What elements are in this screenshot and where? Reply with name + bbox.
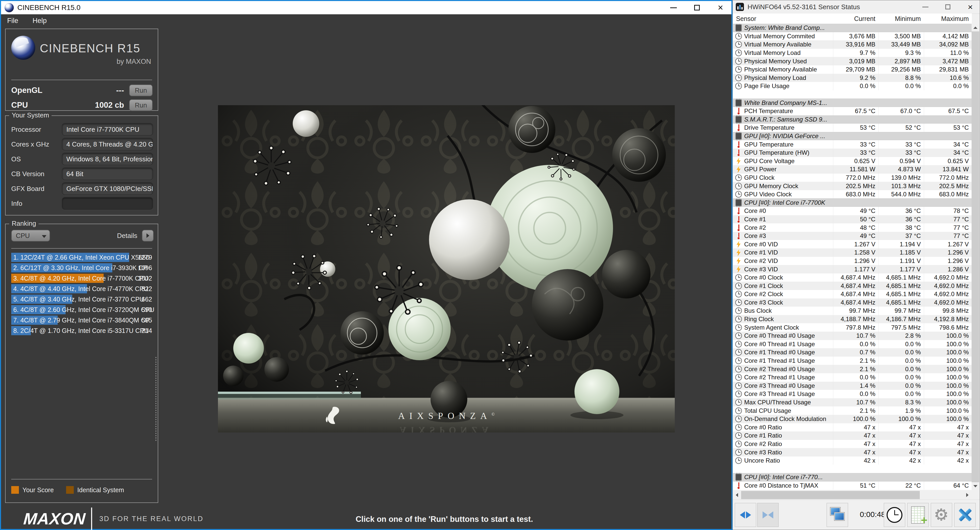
maximize-icon[interactable] xyxy=(943,3,952,11)
sensor-group-header[interactable]: GPU [#0]: NVIDIA GeForce ... xyxy=(733,132,972,140)
ranking-row[interactable]: 2. 6C/12T @ 3.30 GHz, Intel Core i7-3930… xyxy=(11,263,154,272)
ranking-row[interactable]: 8. 2C/4T @ 1.70 GHz, Intel Core i5-3317U… xyxy=(11,326,154,335)
sensor-row[interactable]: GPU Temperature (HW)33 °C33 °C34 °C xyxy=(733,149,972,157)
sensor-row[interactable]: Core #349 °C37 °C77 °C xyxy=(733,232,972,240)
sensor-row[interactable]: Bus Clock99.7 MHz99.7 MHz99.8 MHz xyxy=(733,307,972,315)
sensor-row[interactable]: Physical Memory Load9.2 %8.8 %10.6 % xyxy=(733,74,972,82)
cinebench-logo-title: CINEBENCH R15 xyxy=(40,41,140,55)
sensor-row[interactable]: Core #248 °C38 °C77 °C xyxy=(733,223,972,232)
column-sensor[interactable]: Sensor xyxy=(733,15,833,22)
sensor-group-header[interactable]: CPU [#0]: Intel Core i7-7700K xyxy=(733,198,972,207)
sensor-row[interactable]: Uncore Ratio42 x42 x42 x xyxy=(733,457,972,465)
sensor-max-value: 100.0 % xyxy=(924,348,972,357)
sensor-row[interactable]: System Agent Clock797.8 MHz797.5 MHz798.… xyxy=(733,323,972,332)
ranking-row[interactable]: 7. 4C/8T @ 2.79 GHz, Intel Core i7-3840Q… xyxy=(11,315,154,325)
sensor-row[interactable]: GPU Temperature33 °C33 °C34 °C xyxy=(733,140,972,149)
logging-button[interactable] xyxy=(907,503,929,527)
sensor-group-header[interactable]: S.M.A.R.T.: Samsung SSD 9... xyxy=(733,115,972,124)
sensor-row[interactable]: Page File Usage0.0 %0.0 %0.0 % xyxy=(733,82,972,91)
close-sensors-button[interactable] xyxy=(954,503,976,527)
sensor-row[interactable]: PCH Temperature67.5 °C67.0 °C67.5 °C xyxy=(733,107,972,115)
ranking-row[interactable]: 1. 12C/24T @ 2.66 GHz, Intel Xeon CPU X5… xyxy=(11,253,154,262)
scroll-up-icon[interactable] xyxy=(972,24,979,32)
sensor-row[interactable]: Core #0 Distance to TjMAX51 °C22 °C64 °C xyxy=(733,482,972,490)
sensor-row[interactable]: Physical Memory Available29,709 MB29,256… xyxy=(733,65,972,74)
ranking-row[interactable]: 3. 4C/8T @ 4.20 GHz, Intel Core i7-7700K… xyxy=(11,274,154,283)
sensor-row[interactable]: Drive Temperature53 °C52 °C53 °C xyxy=(733,124,972,132)
close-icon[interactable]: × xyxy=(966,3,975,11)
sensor-row[interactable]: Core #150 °C36 °C77 °C xyxy=(733,215,972,224)
sensor-row[interactable]: Core #049 °C36 °C78 °C xyxy=(733,207,972,215)
sensor-row[interactable]: Core #2 Thread #1 Usage0.0 %0.0 %100.0 % xyxy=(733,373,972,382)
sensor-row[interactable]: Core #3 Clock4,687.4 MHz4,685.1 MHz4,692… xyxy=(733,298,972,307)
sensor-row[interactable]: Core #1 Thread #0 Usage0.7 %0.0 %100.0 % xyxy=(733,348,972,357)
sensor-row[interactable]: Core #0 Thread #0 Usage10.7 %2.8 %100.0 … xyxy=(733,332,972,340)
minimize-icon[interactable] xyxy=(669,3,678,12)
sensor-row[interactable]: Core #0 VID1.267 V1.194 V1.267 V xyxy=(733,240,972,248)
sensor-row[interactable]: Core #3 VID1.177 V1.177 V1.286 V xyxy=(733,265,972,274)
scroll-right-icon[interactable] xyxy=(963,490,971,500)
ranking-row[interactable]: 6. 4C/8T @ 2.60 GHz, Intel Core i7-3720Q… xyxy=(11,305,154,314)
column-minimum[interactable]: Minimum xyxy=(878,15,924,22)
sensor-row[interactable]: GPU Core Voltage0.625 V0.594 V0.625 V xyxy=(733,157,972,166)
expand-columns-button[interactable] xyxy=(735,503,756,527)
sensor-group-header[interactable]: System: White Brand Comp... xyxy=(733,24,972,32)
ranking-type-dropdown[interactable]: CPU xyxy=(11,230,50,242)
sensor-label: Core #0 Ratio xyxy=(744,424,833,431)
resize-grip[interactable] xyxy=(155,357,158,441)
cpu-run-button[interactable]: Run xyxy=(129,99,153,111)
menu-help[interactable]: Help xyxy=(33,17,47,25)
sensor-row[interactable]: GPU Memory Clock202.5 MHz101.3 MHz202.5 … xyxy=(733,182,972,190)
cinebench-titlebar[interactable]: CINEBENCH R15.0 × xyxy=(1,1,732,14)
settings-button[interactable]: ⚙ xyxy=(931,503,952,527)
sensor-row[interactable]: Core #1 Thread #1 Usage2.1 %0.0 %100.0 % xyxy=(733,357,972,365)
hwinfo-titlebar[interactable]: HWiNFO64 v5.52-3161 Sensor Status × xyxy=(733,0,980,14)
ranking-row[interactable]: 4. 4C/8T @ 4.40 GHz, Intel Core i7-4770K… xyxy=(11,284,154,293)
sensor-row[interactable]: Core #2 Clock4,687.4 MHz4,685.1 MHz4,692… xyxy=(733,290,972,298)
sensor-row[interactable]: Core #0 Clock4,687.4 MHz4,685.1 MHz4,692… xyxy=(733,274,972,282)
sensor-row[interactable]: GPU Clock772.0 MHz139.0 MHz772.0 MHz xyxy=(733,173,972,182)
details-button[interactable] xyxy=(142,230,154,242)
scrollbar-thumb[interactable] xyxy=(741,491,920,499)
sensor-row[interactable]: Core #3 Thread #0 Usage1.4 %0.0 %100.0 % xyxy=(733,382,972,390)
clock-button[interactable] xyxy=(884,503,905,527)
sensor-row[interactable]: Max CPU/Thread Usage10.7 %8.3 %100.0 % xyxy=(733,398,972,407)
column-maximum[interactable]: Maximum xyxy=(924,15,972,22)
sensor-row[interactable]: Total CPU Usage2.1 %1.9 %100.0 % xyxy=(733,406,972,415)
remote-monitoring-button[interactable] xyxy=(827,503,848,527)
opengl-run-button[interactable]: Run xyxy=(129,84,153,96)
sensor-row[interactable]: Core #0 Ratio47 x47 x47 x xyxy=(733,423,972,432)
scroll-down-icon[interactable] xyxy=(972,482,979,490)
minimize-icon[interactable] xyxy=(921,3,930,11)
maximize-icon[interactable] xyxy=(693,3,701,12)
sensor-row[interactable]: Core #3 Thread #1 Usage0.0 %0.0 %100.0 % xyxy=(733,390,972,398)
horizontal-scrollbar[interactable] xyxy=(733,490,971,500)
ranking-row[interactable]: 5. 4C/8T @ 3.40 GHz, Intel Core i7-3770 … xyxy=(11,294,154,304)
sensor-row[interactable]: Core #0 Thread #1 Usage0.0 %0.0 %100.0 % xyxy=(733,340,972,349)
sensor-row[interactable]: Core #2 Thread #0 Usage2.1 %0.0 %100.0 % xyxy=(733,365,972,373)
sensor-row[interactable]: Core #1 VID1.258 V1.185 V1.296 V xyxy=(733,248,972,257)
column-current[interactable]: Current xyxy=(833,15,878,22)
sensor-table-header[interactable]: Sensor Current Minimum Maximum xyxy=(733,14,972,24)
sensor-row[interactable]: Physical Memory Used3,019 MB2,897 MB3,47… xyxy=(733,57,972,65)
sensor-row[interactable]: Virtual Memory Load9.7 %9.3 %11.0 % xyxy=(733,49,972,57)
sensor-row[interactable]: GPU Power11.581 W4.873 W13.841 W xyxy=(733,165,972,173)
close-icon[interactable]: × xyxy=(716,3,725,12)
sensor-group-header[interactable]: CPU [#0]: Intel Core i7-770... xyxy=(733,473,972,482)
vertical-scrollbar[interactable] xyxy=(972,24,979,490)
sensor-table[interactable]: System: White Brand Comp...Virtual Memor… xyxy=(733,24,972,490)
sensor-row[interactable]: Core #2 Ratio47 x47 x47 x xyxy=(733,440,972,448)
scroll-left-icon[interactable] xyxy=(733,490,741,500)
sensor-row[interactable]: Core #2 VID1.296 V1.191 V1.296 V xyxy=(733,257,972,265)
collapse-columns-button[interactable] xyxy=(757,503,779,527)
sensor-row[interactable]: GPU Video Clock683.0 MHz544.0 MHz683.0 M… xyxy=(733,190,972,199)
menu-file[interactable]: File xyxy=(7,17,18,25)
sensor-row[interactable]: Core #1 Clock4,687.4 MHz4,685.1 MHz4,692… xyxy=(733,282,972,290)
sensor-row[interactable]: Core #1 Ratio47 x47 x47 x xyxy=(733,431,972,440)
sensor-group-header[interactable]: White Brand Company MS-1... xyxy=(733,99,972,107)
sensor-row[interactable]: On-Demand Clock Modulation100.0 %100.0 %… xyxy=(733,415,972,423)
sensor-row[interactable]: Ring Clock4,188.7 MHz4,186.7 MHz4,192.8 … xyxy=(733,315,972,323)
sensor-row[interactable]: Virtual Memory Commited3,676 MB3,500 MB4… xyxy=(733,32,972,41)
sensor-row[interactable]: Core #3 Ratio47 x47 x47 x xyxy=(733,448,972,457)
sensor-row[interactable]: Virtual Memory Available33,916 MB33,449 … xyxy=(733,40,972,49)
